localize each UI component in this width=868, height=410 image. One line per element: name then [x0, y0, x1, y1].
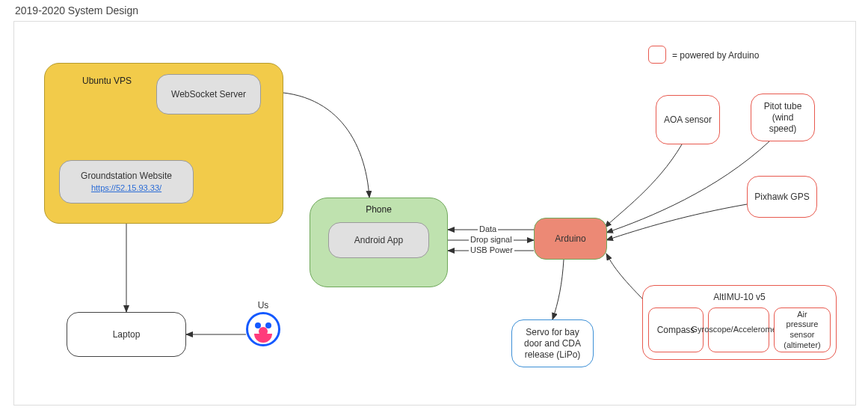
- altimu-pressure-node: Air pressure sensor (altimeter): [774, 308, 831, 352]
- legend-swatch: [648, 46, 666, 64]
- arduino-label: Arduino: [555, 233, 585, 245]
- websocket-server-label: WebSocket Server: [171, 89, 246, 100]
- aoa-sensor-node: AOA sensor: [656, 95, 720, 144]
- altimu-compass-label: Compass: [657, 325, 695, 336]
- groundstation-url-link[interactable]: https://52.15.93.33/: [91, 183, 161, 194]
- clown-face-icon: [246, 312, 280, 346]
- diagram-frame: = powered by Arduino Ubuntu VPS WebSocke…: [13, 21, 856, 406]
- altimu-title: AltIMU-10 v5: [643, 292, 836, 303]
- groundstation-website-label: Groundstation Website: [81, 171, 172, 182]
- servo-label: Servo for bay door and CDA release (LiPo…: [518, 327, 587, 361]
- servo-node: Servo for bay door and CDA release (LiPo…: [511, 319, 594, 367]
- edge-label-drop-signal: Drop signal: [469, 235, 514, 244]
- page-title: 2019-2020 System Design: [15, 4, 138, 16]
- altimu-gyro-label: Gyroscope/Accelerometer: [691, 325, 786, 335]
- groundstation-website-node: Groundstation Website https://52.15.93.3…: [59, 160, 194, 204]
- pixhawk-gps-label: Pixhawk GPS: [754, 192, 809, 203]
- aoa-sensor-label: AOA sensor: [664, 114, 712, 126]
- phone-label: Phone: [310, 204, 447, 215]
- us-node: Us: [246, 300, 280, 346]
- us-label: Us: [246, 300, 280, 310]
- ubuntu-vps-label: Ubuntu VPS: [82, 76, 132, 87]
- altimu-pressure-label: Air pressure sensor (altimeter): [781, 310, 824, 351]
- android-app-node: Android App: [328, 222, 429, 258]
- pitot-tube-label: Pitot tube (wind speed): [757, 101, 808, 135]
- laptop-node: Laptop: [67, 312, 186, 357]
- pixhawk-gps-node: Pixhawk GPS: [747, 176, 817, 218]
- laptop-label: Laptop: [113, 329, 141, 340]
- pitot-tube-node: Pitot tube (wind speed): [751, 94, 815, 141]
- android-app-label: Android App: [354, 235, 403, 246]
- altimu-gyro-node: Gyroscope/Accelerometer: [708, 308, 769, 352]
- websocket-server-node: WebSocket Server: [156, 74, 261, 114]
- arduino-node: Arduino: [534, 218, 607, 260]
- legend-text: = powered by Arduino: [672, 50, 759, 61]
- edge-label-usb-power: USB Power: [469, 245, 514, 254]
- edge-label-data: Data: [478, 224, 498, 233]
